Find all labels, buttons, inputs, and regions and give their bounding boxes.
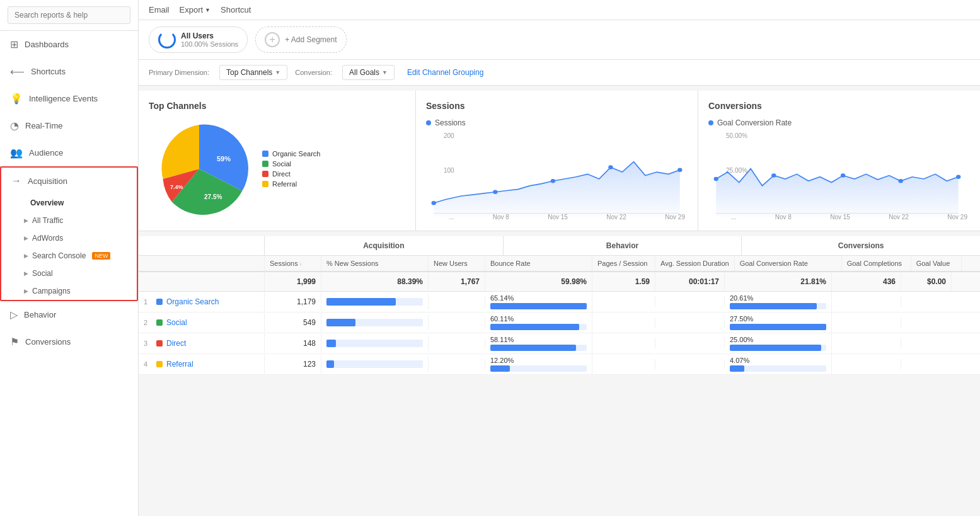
pie-legend: Organic Search Social Direct Referral bbox=[262, 150, 320, 188]
primary-dimension-dropdown[interactable]: Top Channels ▼ bbox=[219, 65, 287, 80]
pages-val bbox=[592, 297, 655, 307]
svg-point-13 bbox=[956, 175, 960, 179]
add-segment-icon: + bbox=[265, 32, 280, 47]
sidebar-sub-campaigns[interactable]: ▶ Campaigns bbox=[1, 282, 137, 300]
channel-link[interactable]: Direct bbox=[166, 339, 186, 348]
sidebar-item-shortcuts[interactable]: ⟵ Shortcuts bbox=[0, 58, 138, 85]
total-goal-rate: 21.81% bbox=[725, 272, 832, 291]
export-button[interactable]: Export ▼ bbox=[180, 5, 211, 14]
new-users-col-header[interactable]: New Users bbox=[429, 256, 485, 271]
row-num: 1 bbox=[144, 298, 153, 306]
svg-point-11 bbox=[841, 173, 845, 178]
new-users-val bbox=[429, 359, 485, 369]
channel-link[interactable]: Social bbox=[166, 318, 187, 327]
add-segment-label: + Add Segment bbox=[285, 35, 337, 44]
svg-text:27.5%: 27.5% bbox=[204, 193, 222, 200]
new-users-val bbox=[429, 297, 485, 307]
sidebar-item-intelligence[interactable]: 💡 Intelligence Events bbox=[0, 85, 138, 112]
duration-val bbox=[655, 318, 725, 328]
sidebar-item-behavior[interactable]: ▷ Behavior bbox=[0, 301, 138, 328]
alltraffic-tri: ▶ bbox=[24, 217, 28, 224]
bounce-col-header[interactable]: Bounce Rate bbox=[485, 256, 592, 271]
svg-point-3 bbox=[432, 201, 436, 205]
channel-color-dot bbox=[156, 340, 163, 347]
sessions-x-1: Nov 8 bbox=[493, 214, 509, 221]
goal-rate-col-header[interactable]: Goal Conversion Rate bbox=[735, 256, 842, 271]
email-button[interactable]: Email bbox=[149, 5, 170, 14]
channel-link[interactable]: Referral bbox=[166, 360, 193, 369]
main-content: Email Export ▼ Shortcut All Users 100.00… bbox=[139, 0, 980, 516]
sidebar-sub-overview[interactable]: Overview bbox=[1, 194, 137, 212]
pages-col-header[interactable]: Pages / Session bbox=[592, 256, 655, 271]
edit-channel-grouping-link[interactable]: Edit Channel Grouping bbox=[407, 68, 483, 77]
sessions-metric-dot bbox=[426, 120, 431, 125]
svg-point-12 bbox=[898, 179, 902, 183]
sessions-x-0: ... bbox=[449, 214, 454, 221]
social-dot bbox=[262, 161, 268, 167]
all-users-segment[interactable]: All Users 100.00% Sessions bbox=[149, 26, 248, 53]
shortcut-button[interactable]: Shortcut bbox=[221, 5, 251, 14]
sessions-col-header[interactable]: Sessions ↓ bbox=[265, 256, 321, 271]
organic-dot bbox=[262, 151, 268, 157]
table-row: 4 Referral 123 12.20% 4.07% bbox=[139, 354, 980, 375]
total-duration: 00:01:17 bbox=[655, 272, 725, 291]
sessions-sort-icon: ↓ bbox=[299, 260, 303, 267]
sidebar-sub-search-console[interactable]: ▶ Search Console NEW bbox=[1, 247, 137, 265]
value-val bbox=[901, 338, 952, 348]
total-completions: 436 bbox=[832, 272, 901, 291]
goal-rate-bar-cell: 27.50% bbox=[725, 312, 832, 333]
behavior-icon: ▷ bbox=[10, 309, 18, 321]
column-headers: Sessions ↓ % New Sessions New Users Boun… bbox=[139, 256, 980, 272]
sidebar-item-dashboards[interactable]: ⊞ Dashboards bbox=[0, 31, 138, 58]
sessions-val: 123 bbox=[265, 355, 321, 374]
pct-new-bar-cell bbox=[321, 357, 429, 372]
sidebar-item-acquisition[interactable]: → Acquisition bbox=[1, 168, 137, 194]
conversions-metric-dot bbox=[708, 120, 713, 125]
sessions-line-svg bbox=[426, 141, 688, 217]
goal-value-col-header[interactable]: Goal Value bbox=[911, 256, 962, 271]
sidebar-item-conversions[interactable]: ⚑ Conversions bbox=[0, 328, 138, 355]
channel-color-dot bbox=[156, 319, 163, 326]
conv-x-3: Nov 22 bbox=[889, 214, 909, 221]
conversion-dropdown-caret: ▼ bbox=[382, 69, 388, 76]
segment-title: All Users bbox=[181, 32, 238, 40]
conversions-y-50: 50.00% bbox=[726, 132, 747, 139]
goal-completions-col-header[interactable]: Goal Completions bbox=[842, 256, 911, 271]
direct-label: Direct bbox=[272, 170, 291, 178]
channel-color-dot bbox=[156, 299, 163, 305]
sessions-val: 148 bbox=[265, 334, 321, 353]
sidebar-item-realtime-label: Real-Time bbox=[25, 121, 62, 130]
value-val bbox=[901, 359, 952, 369]
sidebar-item-audience[interactable]: 👥 Audience bbox=[0, 139, 138, 166]
sessions-x-4: Nov 29 bbox=[665, 214, 685, 221]
channel-cell: 1 Organic Search bbox=[139, 292, 265, 311]
sidebar-sub-adwords[interactable]: ▶ AdWords bbox=[1, 229, 137, 247]
conversion-dropdown[interactable]: All Goals ▼ bbox=[342, 65, 395, 80]
primary-dim-label: Primary Dimension: bbox=[149, 69, 209, 76]
top-channels-title: Top Channels bbox=[149, 101, 405, 111]
add-segment-button[interactable]: + + Add Segment bbox=[255, 26, 346, 53]
bounce-bar-cell: 65.14% bbox=[485, 292, 592, 312]
sidebar: ⊞ Dashboards ⟵ Shortcuts 💡 Intelligence … bbox=[0, 0, 139, 516]
table-area: Acquisition Behavior Conversions Session… bbox=[139, 236, 980, 375]
search-input[interactable] bbox=[8, 6, 130, 24]
conversions-metric: Goal Conversion Rate bbox=[708, 118, 970, 127]
duration-col-header[interactable]: Avg. Session Duration bbox=[655, 256, 735, 271]
value-val bbox=[901, 318, 952, 328]
sidebar-item-realtime[interactable]: ◔ Real-Time bbox=[0, 112, 138, 139]
duration-val bbox=[655, 338, 725, 348]
svg-point-4 bbox=[493, 190, 497, 194]
behavior-section-header: Behavior bbox=[504, 236, 742, 255]
sidebar-item-shortcuts-label: Shortcuts bbox=[31, 67, 66, 76]
channel-color-dot bbox=[156, 361, 163, 367]
bounce-bar-cell: 60.11% bbox=[485, 312, 592, 333]
channel-link[interactable]: Organic Search bbox=[166, 297, 219, 306]
sidebar-sub-social[interactable]: ▶ Social bbox=[1, 265, 137, 282]
value-val bbox=[901, 297, 952, 307]
channel-col-header bbox=[139, 256, 265, 271]
export-caret-icon: ▼ bbox=[205, 7, 210, 13]
conversions-icon: ⚑ bbox=[10, 336, 19, 348]
sidebar-sub-all-traffic[interactable]: ▶ All Traffic bbox=[1, 212, 137, 229]
pct-new-col-header[interactable]: % New Sessions bbox=[321, 256, 429, 271]
total-new-users: 1,767 bbox=[429, 272, 485, 291]
